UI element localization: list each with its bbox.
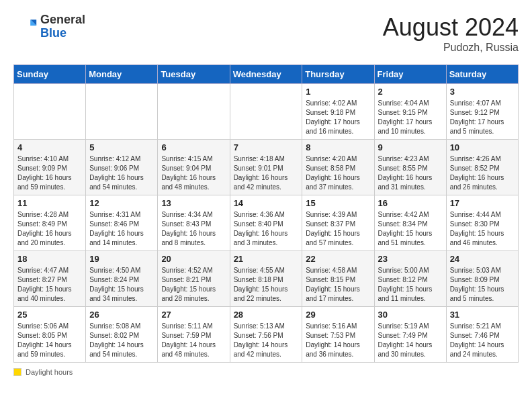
day-detail: Sunrise: 4:55 AM Sunset: 8:18 PM Dayligh…: [234, 266, 299, 304]
calendar-header: SundayMondayTuesdayWednesdayThursdayFrid…: [14, 65, 519, 84]
calendar-cell: [86, 84, 158, 140]
day-detail: Sunrise: 4:23 AM Sunset: 8:55 PM Dayligh…: [378, 154, 443, 192]
calendar-cell: 11Sunrise: 4:28 AM Sunset: 8:49 PM Dayli…: [14, 195, 86, 251]
calendar-week-row: 4Sunrise: 4:10 AM Sunset: 9:09 PM Daylig…: [14, 140, 519, 195]
calendar-day-header: Sunday: [14, 65, 86, 84]
day-number: 18: [17, 254, 82, 264]
day-detail: Sunrise: 4:34 AM Sunset: 8:43 PM Dayligh…: [161, 210, 226, 248]
daylight-icon: [13, 368, 21, 376]
day-number: 23: [378, 254, 443, 264]
calendar-cell: 13Sunrise: 4:34 AM Sunset: 8:43 PM Dayli…: [158, 195, 230, 251]
month-year-title: August 2024: [383, 13, 519, 42]
day-number: 24: [450, 254, 515, 264]
day-number: 12: [89, 198, 154, 208]
calendar-cell: [230, 84, 302, 140]
calendar-cell: 24Sunrise: 5:03 AM Sunset: 8:09 PM Dayli…: [446, 251, 518, 307]
day-number: 22: [306, 254, 370, 264]
calendar-cell: 31Sunrise: 5:21 AM Sunset: 7:46 PM Dayli…: [446, 307, 518, 363]
day-number: 31: [450, 310, 515, 320]
day-number: 17: [450, 198, 515, 208]
logo-blue-text: Blue: [40, 26, 66, 40]
day-detail: Sunrise: 5:03 AM Sunset: 8:09 PM Dayligh…: [450, 266, 515, 304]
calendar-cell: 29Sunrise: 5:16 AM Sunset: 7:53 PM Dayli…: [302, 307, 374, 363]
calendar-cell: 17Sunrise: 4:44 AM Sunset: 8:30 PM Dayli…: [446, 195, 518, 251]
day-number: 21: [234, 254, 299, 264]
day-detail: Sunrise: 5:08 AM Sunset: 8:02 PM Dayligh…: [89, 322, 154, 359]
logo-text: General Blue: [40, 13, 85, 40]
calendar-cell: 22Sunrise: 4:58 AM Sunset: 8:15 PM Dayli…: [302, 251, 374, 307]
calendar-footer: Daylight hours: [13, 368, 519, 376]
calendar-day-header: Saturday: [446, 65, 518, 84]
calendar-cell: 18Sunrise: 4:47 AM Sunset: 8:27 PM Dayli…: [14, 251, 86, 307]
day-number: 25: [17, 310, 82, 320]
day-number: 26: [89, 310, 154, 320]
day-number: 20: [161, 254, 226, 264]
day-detail: Sunrise: 4:44 AM Sunset: 8:30 PM Dayligh…: [450, 210, 515, 248]
day-detail: Sunrise: 4:07 AM Sunset: 9:12 PM Dayligh…: [450, 99, 515, 136]
logo-general-text: General: [40, 13, 85, 26]
day-detail: Sunrise: 4:10 AM Sunset: 9:09 PM Dayligh…: [17, 154, 82, 192]
day-detail: Sunrise: 4:42 AM Sunset: 8:34 PM Dayligh…: [378, 210, 443, 248]
calendar-cell: [158, 84, 230, 140]
day-number: 19: [89, 254, 154, 264]
calendar-cell: 14Sunrise: 4:36 AM Sunset: 8:40 PM Dayli…: [230, 195, 302, 251]
day-number: 14: [234, 198, 299, 208]
day-detail: Sunrise: 4:12 AM Sunset: 9:06 PM Dayligh…: [89, 154, 154, 192]
day-number: 3: [450, 87, 515, 97]
calendar-cell: 4Sunrise: 4:10 AM Sunset: 9:09 PM Daylig…: [14, 140, 86, 195]
day-detail: Sunrise: 4:36 AM Sunset: 8:40 PM Dayligh…: [234, 210, 299, 248]
calendar-day-header: Thursday: [302, 65, 374, 84]
day-number: 1: [306, 87, 370, 97]
day-number: 29: [306, 310, 370, 320]
day-number: 6: [161, 142, 226, 152]
calendar-cell: 15Sunrise: 4:39 AM Sunset: 8:37 PM Dayli…: [302, 195, 374, 251]
day-detail: Sunrise: 4:58 AM Sunset: 8:15 PM Dayligh…: [306, 266, 370, 304]
day-detail: Sunrise: 4:20 AM Sunset: 8:58 PM Dayligh…: [306, 154, 370, 192]
logo-icon: [13, 15, 38, 39]
day-detail: Sunrise: 4:28 AM Sunset: 8:49 PM Dayligh…: [17, 210, 82, 248]
day-number: 11: [17, 198, 82, 208]
calendar-body: 1Sunrise: 4:02 AM Sunset: 9:18 PM Daylig…: [14, 84, 519, 363]
day-detail: Sunrise: 4:31 AM Sunset: 8:46 PM Dayligh…: [89, 210, 154, 248]
calendar-cell: 10Sunrise: 4:26 AM Sunset: 8:52 PM Dayli…: [446, 140, 518, 195]
calendar-day-header: Friday: [374, 65, 446, 84]
day-detail: Sunrise: 5:00 AM Sunset: 8:12 PM Dayligh…: [378, 266, 443, 304]
daylight-label: Daylight hours: [26, 368, 73, 376]
title-block: August 2024 Pudozh, Russia: [383, 13, 519, 54]
calendar-cell: 6Sunrise: 4:15 AM Sunset: 9:04 PM Daylig…: [158, 140, 230, 195]
calendar-cell: [14, 84, 86, 140]
calendar-cell: 30Sunrise: 5:19 AM Sunset: 7:49 PM Dayli…: [374, 307, 446, 363]
calendar-cell: 27Sunrise: 5:11 AM Sunset: 7:59 PM Dayli…: [158, 307, 230, 363]
day-number: 2: [378, 87, 443, 97]
day-detail: Sunrise: 4:02 AM Sunset: 9:18 PM Dayligh…: [306, 99, 370, 136]
calendar-header-row: SundayMondayTuesdayWednesdayThursdayFrid…: [14, 65, 519, 84]
calendar-cell: 28Sunrise: 5:13 AM Sunset: 7:56 PM Dayli…: [230, 307, 302, 363]
day-number: 4: [17, 142, 82, 152]
day-number: 10: [450, 142, 515, 152]
calendar-day-header: Tuesday: [158, 65, 230, 84]
calendar-cell: 26Sunrise: 5:08 AM Sunset: 8:02 PM Dayli…: [86, 307, 158, 363]
day-number: 30: [378, 310, 443, 320]
day-detail: Sunrise: 5:16 AM Sunset: 7:53 PM Dayligh…: [306, 322, 370, 359]
day-number: 27: [161, 310, 226, 320]
calendar-week-row: 1Sunrise: 4:02 AM Sunset: 9:18 PM Daylig…: [14, 84, 519, 140]
day-detail: Sunrise: 5:06 AM Sunset: 8:05 PM Dayligh…: [17, 322, 82, 359]
calendar-cell: 12Sunrise: 4:31 AM Sunset: 8:46 PM Dayli…: [86, 195, 158, 251]
calendar-cell: 1Sunrise: 4:02 AM Sunset: 9:18 PM Daylig…: [302, 84, 374, 140]
day-detail: Sunrise: 4:39 AM Sunset: 8:37 PM Dayligh…: [306, 210, 370, 248]
day-detail: Sunrise: 5:19 AM Sunset: 7:49 PM Dayligh…: [378, 322, 443, 359]
day-detail: Sunrise: 4:52 AM Sunset: 8:21 PM Dayligh…: [161, 266, 226, 304]
calendar-day-header: Monday: [86, 65, 158, 84]
day-number: 15: [306, 198, 370, 208]
day-number: 28: [234, 310, 299, 320]
location-title: Pudozh, Russia: [383, 42, 519, 54]
logo: General Blue: [13, 13, 85, 40]
calendar-week-row: 18Sunrise: 4:47 AM Sunset: 8:27 PM Dayli…: [14, 251, 519, 307]
calendar-cell: 20Sunrise: 4:52 AM Sunset: 8:21 PM Dayli…: [158, 251, 230, 307]
day-number: 8: [306, 142, 370, 152]
calendar-cell: 9Sunrise: 4:23 AM Sunset: 8:55 PM Daylig…: [374, 140, 446, 195]
calendar-table: SundayMondayTuesdayWednesdayThursdayFrid…: [13, 64, 519, 363]
calendar-week-row: 25Sunrise: 5:06 AM Sunset: 8:05 PM Dayli…: [14, 307, 519, 363]
page-header: General Blue August 2024 Pudozh, Russia: [13, 13, 519, 54]
day-number: 7: [234, 142, 299, 152]
